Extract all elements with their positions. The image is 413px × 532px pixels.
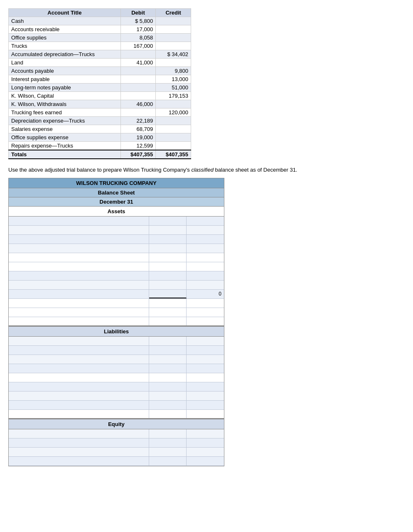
balance-sheet: WILSON TRUCKING COMPANY Balance Sheet De… xyxy=(8,178,224,466)
bs-equity-row-1 xyxy=(9,429,224,438)
liab-label-6[interactable] xyxy=(12,384,145,389)
equity-mid-2[interactable] xyxy=(152,440,184,446)
asset-label-4[interactable] xyxy=(12,245,145,251)
bs-liab-row-5 xyxy=(9,373,224,382)
liab-right-9[interactable] xyxy=(189,411,221,417)
bs-assets-header: Assets xyxy=(9,207,224,217)
asset-mid-1[interactable] xyxy=(152,218,184,224)
asset-mid-7[interactable] xyxy=(152,273,184,278)
liab-right-2[interactable] xyxy=(189,347,221,353)
equity-label-4[interactable] xyxy=(12,458,145,464)
equity-label-2[interactable] xyxy=(12,440,145,446)
table-row: Trucking fees earned120,000 xyxy=(9,108,191,117)
bs-asset-row-8 xyxy=(9,281,224,290)
asset-mid-3[interactable] xyxy=(152,236,184,242)
liab-mid-4[interactable] xyxy=(152,365,184,371)
asset-mid-9[interactable] xyxy=(152,291,184,297)
asset-right-11[interactable] xyxy=(189,309,221,315)
bs-asset-row-9 xyxy=(9,290,224,299)
asset-label-12[interactable] xyxy=(12,318,145,324)
liab-label-8[interactable] xyxy=(12,402,145,408)
asset-label-7[interactable] xyxy=(12,273,145,278)
bs-liab-row-7 xyxy=(9,392,224,401)
asset-mid-10[interactable] xyxy=(152,300,184,306)
asset-right-8[interactable] xyxy=(189,282,221,288)
asset-label-10[interactable] xyxy=(12,300,145,306)
table-row: K. Wilson, Capital179,153 xyxy=(9,92,191,100)
bs-date: December 31 xyxy=(9,197,224,207)
asset-label-9[interactable] xyxy=(12,291,145,297)
asset-label-11[interactable] xyxy=(12,309,145,315)
asset-label-5[interactable] xyxy=(12,254,145,260)
col-debit: Debit xyxy=(120,9,156,17)
equity-right-1[interactable] xyxy=(189,431,221,436)
asset-mid-5[interactable] xyxy=(152,254,184,260)
asset-mid-12[interactable] xyxy=(152,318,184,324)
liab-right-7[interactable] xyxy=(189,393,221,399)
liab-right-4[interactable] xyxy=(189,365,221,371)
liab-right-1[interactable] xyxy=(189,338,221,344)
asset-mid-2[interactable] xyxy=(152,227,184,233)
asset-right-6[interactable] xyxy=(189,264,221,269)
asset-right-10[interactable] xyxy=(189,300,221,306)
asset-right-2[interactable] xyxy=(189,227,221,233)
bs-asset-row-3 xyxy=(9,235,224,244)
asset-mid-8[interactable] xyxy=(152,282,184,288)
asset-label-3[interactable] xyxy=(12,236,145,242)
liab-label-3[interactable] xyxy=(12,356,145,362)
bs-asset-row-12 xyxy=(9,317,224,326)
liab-right-5[interactable] xyxy=(189,374,221,380)
liab-label-4[interactable] xyxy=(12,365,145,371)
equity-right-3[interactable] xyxy=(189,449,221,455)
asset-right-5[interactable] xyxy=(189,254,221,260)
liab-label-9[interactable] xyxy=(12,411,145,417)
col-credit: Credit xyxy=(156,9,191,17)
asset-right-3[interactable] xyxy=(189,236,221,242)
asset-label-2[interactable] xyxy=(12,227,145,233)
asset-right-1[interactable] xyxy=(189,218,221,224)
equity-label-1[interactable] xyxy=(12,431,145,436)
liab-mid-3[interactable] xyxy=(152,356,184,362)
table-row: Office supplies8,058 xyxy=(9,34,191,42)
asset-right-7[interactable] xyxy=(189,273,221,278)
bs-asset-row-1 xyxy=(9,217,224,226)
liab-mid-1[interactable] xyxy=(152,338,184,344)
liab-label-1[interactable] xyxy=(12,338,145,344)
asset-right-4[interactable] xyxy=(189,245,221,251)
bs-asset-row-7 xyxy=(9,271,224,281)
equity-mid-4[interactable] xyxy=(152,458,184,464)
equity-mid-1[interactable] xyxy=(152,431,184,436)
table-row: Accumulated depreciation—Trucks$ 34,402 xyxy=(9,50,191,59)
liab-label-5[interactable] xyxy=(12,374,145,380)
liab-right-8[interactable] xyxy=(189,402,221,408)
liab-mid-6[interactable] xyxy=(152,384,184,389)
asset-label-6[interactable] xyxy=(12,264,145,269)
asset-right-9[interactable] xyxy=(189,291,221,297)
asset-mid-11[interactable] xyxy=(152,309,184,315)
bs-liab-row-8 xyxy=(9,401,224,410)
liab-right-3[interactable] xyxy=(189,356,221,362)
bs-liab-row-4 xyxy=(9,364,224,373)
liab-mid-7[interactable] xyxy=(152,393,184,399)
bs-asset-row-6 xyxy=(9,262,224,271)
liab-label-2[interactable] xyxy=(12,347,145,353)
bs-equity-row-3 xyxy=(9,448,224,457)
equity-mid-3[interactable] xyxy=(152,449,184,455)
table-row: Trucks167,000 xyxy=(9,42,191,50)
table-row: Accounts receivable17,000 xyxy=(9,25,191,34)
table-row: K. Wilson, Withdrawals46,000 xyxy=(9,100,191,108)
liab-mid-9[interactable] xyxy=(152,411,184,417)
instruction-text: Use the above adjusted trial balance to … xyxy=(8,167,405,173)
asset-label-1[interactable] xyxy=(12,218,145,224)
asset-mid-4[interactable] xyxy=(152,245,184,251)
table-row: Salaries expense68,709 xyxy=(9,125,191,133)
equity-right-4[interactable] xyxy=(189,458,221,464)
liab-label-7[interactable] xyxy=(12,393,145,399)
liab-mid-8[interactable] xyxy=(152,402,184,408)
asset-label-8[interactable] xyxy=(12,282,145,288)
asset-right-12[interactable] xyxy=(189,318,221,324)
liab-right-6[interactable] xyxy=(189,384,221,389)
equity-label-3[interactable] xyxy=(12,449,145,455)
equity-right-2[interactable] xyxy=(189,440,221,446)
liab-mid-2[interactable] xyxy=(152,347,184,353)
